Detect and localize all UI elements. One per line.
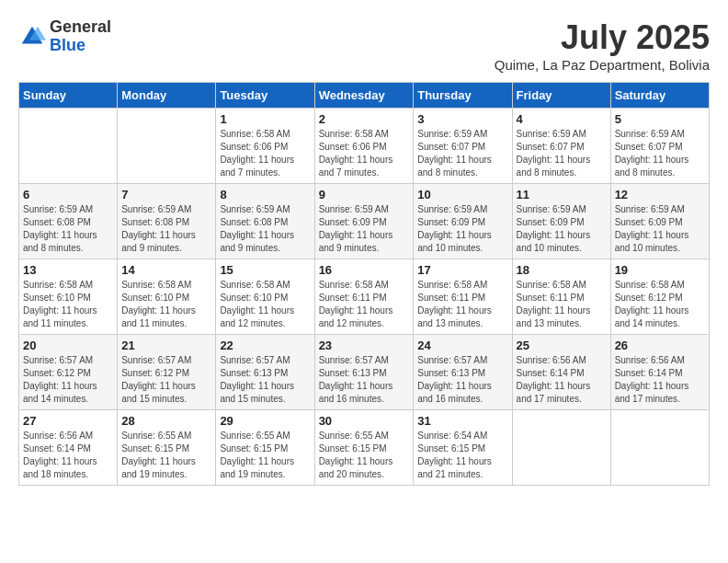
day-info: Sunrise: 6:55 AM Sunset: 6:15 PM Dayligh…: [121, 430, 211, 481]
day-info: Sunrise: 6:55 AM Sunset: 6:15 PM Dayligh…: [220, 430, 310, 481]
calendar-cell: 15Sunrise: 6:58 AM Sunset: 6:10 PM Dayli…: [216, 259, 314, 335]
calendar-cell: 11Sunrise: 6:59 AM Sunset: 6:09 PM Dayli…: [512, 184, 610, 259]
calendar-cell: 20Sunrise: 6:57 AM Sunset: 6:12 PM Dayli…: [19, 335, 118, 410]
day-number: 9: [319, 188, 410, 201]
day-number: 5: [615, 112, 705, 126]
day-number: 25: [517, 339, 607, 352]
day-info: Sunrise: 6:59 AM Sunset: 6:08 PM Dayligh…: [23, 203, 113, 255]
calendar-cell: 22Sunrise: 6:57 AM Sunset: 6:13 PM Dayli…: [216, 335, 314, 410]
calendar-cell: 1Sunrise: 6:58 AM Sunset: 6:06 PM Daylig…: [216, 109, 314, 184]
day-number: 26: [615, 339, 705, 352]
day-info: Sunrise: 6:56 AM Sunset: 6:14 PM Dayligh…: [23, 430, 113, 481]
calendar-cell: 26Sunrise: 6:56 AM Sunset: 6:14 PM Dayli…: [610, 335, 709, 410]
day-info: Sunrise: 6:58 AM Sunset: 6:10 PM Dayligh…: [121, 279, 211, 330]
calendar-cell: 19Sunrise: 6:58 AM Sunset: 6:12 PM Dayli…: [610, 259, 709, 335]
day-info: Sunrise: 6:59 AM Sunset: 6:07 PM Dayligh…: [517, 128, 607, 179]
day-info: Sunrise: 6:58 AM Sunset: 6:11 PM Dayligh…: [319, 279, 410, 330]
calendar-cell: 18Sunrise: 6:58 AM Sunset: 6:11 PM Dayli…: [512, 259, 610, 335]
calendar-cell: 25Sunrise: 6:56 AM Sunset: 6:14 PM Dayli…: [512, 335, 610, 410]
day-number: 10: [417, 188, 507, 201]
calendar-cell: 21Sunrise: 6:57 AM Sunset: 6:12 PM Dayli…: [118, 335, 216, 410]
day-info: Sunrise: 6:55 AM Sunset: 6:15 PM Dayligh…: [319, 430, 410, 481]
day-info: Sunrise: 6:58 AM Sunset: 6:10 PM Dayligh…: [23, 279, 113, 330]
day-info: Sunrise: 6:57 AM Sunset: 6:12 PM Dayligh…: [121, 354, 211, 406]
day-number: 22: [220, 339, 310, 352]
day-number: 19: [615, 263, 705, 277]
calendar-cell: [512, 410, 610, 486]
day-info: Sunrise: 6:58 AM Sunset: 6:06 PM Dayligh…: [319, 128, 410, 179]
day-number: 23: [319, 339, 410, 352]
calendar-cell: 10Sunrise: 6:59 AM Sunset: 6:09 PM Dayli…: [414, 184, 512, 259]
calendar-header-tuesday: Tuesday: [216, 83, 314, 109]
day-info: Sunrise: 6:59 AM Sunset: 6:08 PM Dayligh…: [121, 203, 211, 255]
day-info: Sunrise: 6:58 AM Sunset: 6:10 PM Dayligh…: [220, 279, 310, 330]
calendar-cell: 9Sunrise: 6:59 AM Sunset: 6:09 PM Daylig…: [314, 184, 414, 259]
calendar-week-row: 27Sunrise: 6:56 AM Sunset: 6:14 PM Dayli…: [19, 410, 710, 486]
day-number: 12: [615, 188, 705, 201]
day-number: 21: [121, 339, 211, 352]
day-number: 3: [417, 112, 507, 126]
day-info: Sunrise: 6:58 AM Sunset: 6:06 PM Dayligh…: [220, 128, 310, 179]
calendar-cell: 23Sunrise: 6:57 AM Sunset: 6:13 PM Dayli…: [314, 335, 414, 410]
logo: General Blue: [18, 18, 111, 55]
calendar-cell: 13Sunrise: 6:58 AM Sunset: 6:10 PM Dayli…: [19, 259, 118, 335]
logo-icon: [18, 23, 46, 51]
calendar-cell: [118, 109, 216, 184]
calendar-cell: 3Sunrise: 6:59 AM Sunset: 6:07 PM Daylig…: [414, 109, 512, 184]
day-info: Sunrise: 6:58 AM Sunset: 6:11 PM Dayligh…: [417, 279, 507, 330]
day-number: 31: [417, 414, 507, 428]
calendar-cell: 27Sunrise: 6:56 AM Sunset: 6:14 PM Dayli…: [19, 410, 118, 486]
calendar-cell: 30Sunrise: 6:55 AM Sunset: 6:15 PM Dayli…: [314, 410, 414, 486]
day-number: 14: [121, 263, 211, 277]
calendar-header-monday: Monday: [118, 83, 216, 109]
calendar-cell: [19, 109, 118, 184]
calendar-header-thursday: Thursday: [414, 83, 512, 109]
header: General Blue July 2025 Quime, La Paz Dep…: [18, 18, 710, 73]
day-info: Sunrise: 6:59 AM Sunset: 6:09 PM Dayligh…: [319, 203, 410, 255]
calendar-header-saturday: Saturday: [610, 83, 709, 109]
day-info: Sunrise: 6:57 AM Sunset: 6:13 PM Dayligh…: [417, 354, 507, 406]
calendar-cell: 28Sunrise: 6:55 AM Sunset: 6:15 PM Dayli…: [118, 410, 216, 486]
day-number: 1: [220, 112, 310, 126]
logo-text: General Blue: [50, 18, 111, 55]
day-info: Sunrise: 6:57 AM Sunset: 6:13 PM Dayligh…: [220, 354, 310, 406]
day-number: 17: [417, 263, 507, 277]
day-number: 6: [23, 188, 113, 201]
calendar-cell: 12Sunrise: 6:59 AM Sunset: 6:09 PM Dayli…: [610, 184, 709, 259]
title-area: July 2025 Quime, La Paz Department, Boli…: [495, 18, 710, 73]
day-number: 28: [121, 414, 211, 428]
day-info: Sunrise: 6:59 AM Sunset: 6:07 PM Dayligh…: [417, 128, 507, 179]
day-number: 15: [220, 263, 310, 277]
day-number: 30: [319, 414, 410, 428]
month-title: July 2025: [495, 18, 710, 57]
day-number: 11: [517, 188, 607, 201]
day-info: Sunrise: 6:58 AM Sunset: 6:11 PM Dayligh…: [517, 279, 607, 330]
calendar-header-row: SundayMondayTuesdayWednesdayThursdayFrid…: [19, 83, 710, 109]
calendar-cell: 24Sunrise: 6:57 AM Sunset: 6:13 PM Dayli…: [414, 335, 512, 410]
logo-blue: Blue: [50, 37, 111, 55]
day-number: 4: [517, 112, 607, 126]
calendar-cell: 2Sunrise: 6:58 AM Sunset: 6:06 PM Daylig…: [314, 109, 414, 184]
calendar-cell: 31Sunrise: 6:54 AM Sunset: 6:15 PM Dayli…: [414, 410, 512, 486]
day-number: 18: [517, 263, 607, 277]
calendar-header-friday: Friday: [512, 83, 610, 109]
day-number: 13: [23, 263, 113, 277]
day-number: 27: [23, 414, 113, 428]
day-number: 2: [319, 112, 410, 126]
day-number: 16: [319, 263, 410, 277]
calendar-cell: 5Sunrise: 6:59 AM Sunset: 6:07 PM Daylig…: [610, 109, 709, 184]
calendar-header-wednesday: Wednesday: [314, 83, 414, 109]
day-number: 7: [121, 188, 211, 201]
day-info: Sunrise: 6:59 AM Sunset: 6:07 PM Dayligh…: [615, 128, 705, 179]
calendar-table: SundayMondayTuesdayWednesdayThursdayFrid…: [18, 82, 710, 486]
calendar-cell: 6Sunrise: 6:59 AM Sunset: 6:08 PM Daylig…: [19, 184, 118, 259]
calendar-week-row: 6Sunrise: 6:59 AM Sunset: 6:08 PM Daylig…: [19, 184, 710, 259]
day-number: 8: [220, 188, 310, 201]
calendar-header-sunday: Sunday: [19, 83, 118, 109]
day-info: Sunrise: 6:56 AM Sunset: 6:14 PM Dayligh…: [615, 354, 705, 406]
calendar-cell: 4Sunrise: 6:59 AM Sunset: 6:07 PM Daylig…: [512, 109, 610, 184]
day-info: Sunrise: 6:54 AM Sunset: 6:15 PM Dayligh…: [417, 430, 507, 481]
day-info: Sunrise: 6:59 AM Sunset: 6:09 PM Dayligh…: [517, 203, 607, 255]
calendar-cell: 17Sunrise: 6:58 AM Sunset: 6:11 PM Dayli…: [414, 259, 512, 335]
day-info: Sunrise: 6:58 AM Sunset: 6:12 PM Dayligh…: [615, 279, 705, 330]
